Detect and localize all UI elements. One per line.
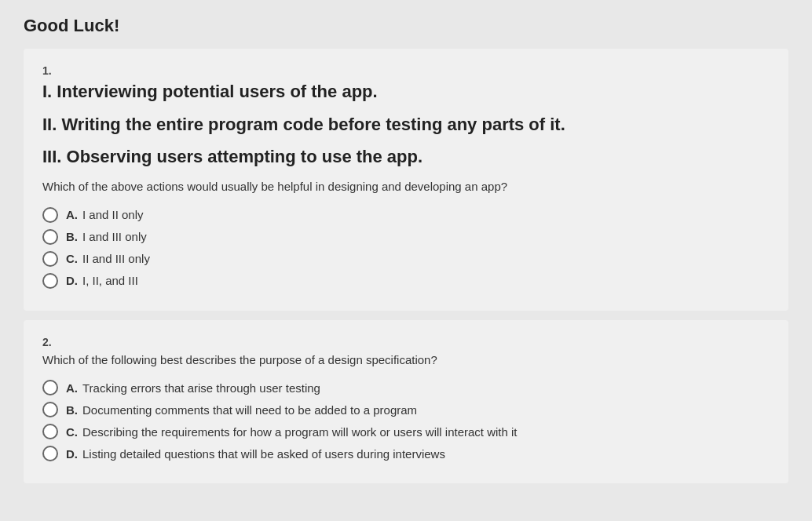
option-1-B-label: B. [66,230,78,243]
option-1-B-text: I and III only [82,230,147,243]
option-1-D-text: I, II, and III [82,274,138,287]
option-2-D-label: D. [66,447,78,461]
option-1-D[interactable]: D. I, II, and III [42,273,770,289]
radio-2-A[interactable] [42,380,58,395]
option-2-C[interactable]: C. Describing the requirements for how a… [42,424,770,439]
radio-1-C[interactable] [42,251,58,267]
option-2-A[interactable]: A. Tracking errors that arise through us… [42,380,770,395]
question-2-stem: Which of the following best describes th… [42,352,770,370]
option-1-C[interactable]: C. II and III only [42,251,770,267]
question-2-number: 2. [42,336,770,348]
roman-item-III: III. Observing users attempting to use t… [42,145,770,169]
question-1-options: A. I and II only B. I and III only C. II… [42,207,770,289]
option-2-B-text: Documenting comments that will need to b… [82,403,417,417]
question-1-stem: Which of the above actions would usually… [42,178,770,196]
option-2-C-label: C. [66,425,78,439]
radio-2-C[interactable] [42,424,58,439]
question-1-block: 1. I. Interviewing potential users of th… [24,49,788,311]
option-1-A-text: I and II only [82,208,144,221]
option-2-B-label: B. [66,403,78,417]
question-2-options: A. Tracking errors that arise through us… [42,380,770,461]
roman-item-I: I. Interviewing potential users of the a… [42,80,770,104]
option-1-A[interactable]: A. I and II only [42,207,770,223]
question-2-block: 2. Which of the following best describes… [24,320,788,484]
option-2-D-text: Listing detailed questions that will be … [82,447,445,461]
option-1-C-text: II and III only [82,252,150,265]
radio-1-B[interactable] [42,229,58,245]
radio-1-A[interactable] [42,207,58,223]
option-2-B[interactable]: B. Documenting comments that will need t… [42,402,770,417]
option-2-A-text: Tracking errors that arise through user … [82,381,320,395]
radio-1-D[interactable] [42,273,58,289]
roman-item-II: II. Writing the entire program code befo… [42,113,770,137]
option-1-D-label: D. [66,274,78,287]
radio-2-D[interactable] [42,446,58,461]
option-2-D[interactable]: D. Listing detailed questions that will … [42,446,770,461]
question-1-number: 1. [42,64,770,77]
page-header: Good Luck! [24,16,788,36]
option-1-C-label: C. [66,252,78,265]
option-1-B[interactable]: B. I and III only [42,229,770,245]
option-2-A-label: A. [66,381,78,395]
option-1-A-label: A. [66,208,78,221]
option-2-C-text: Describing the requirements for how a pr… [82,425,518,439]
radio-2-B[interactable] [42,402,58,417]
